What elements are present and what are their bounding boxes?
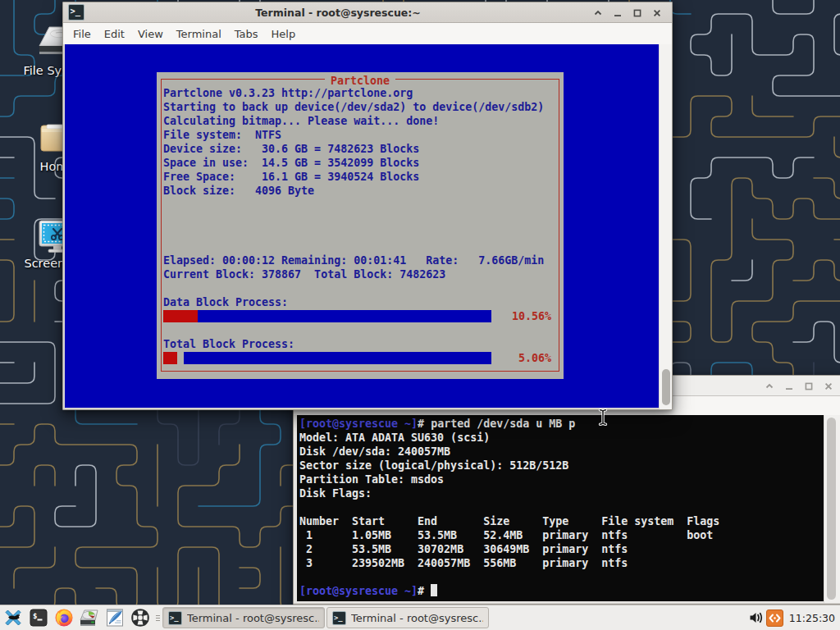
partclone-total-bar-label: Total Block Process: xyxy=(163,337,294,351)
menu-help[interactable]: Help xyxy=(265,25,303,43)
progress-rest xyxy=(198,310,491,322)
terminal-icon: >_ xyxy=(168,611,182,625)
total-bar-percent: 5.06% xyxy=(518,351,551,365)
terminal2-output-line: 1 1.05MB 53.5MB 52.4MB primary ntfs boot xyxy=(299,528,713,542)
firefox-launcher[interactable] xyxy=(51,605,76,630)
menu-edit[interactable]: Edit xyxy=(98,25,131,43)
minimize-button[interactable] xyxy=(608,3,628,23)
svg-text:>_: >_ xyxy=(170,613,179,621)
prompt-symbol: # xyxy=(418,418,424,430)
task-label: Terminal - root@sysresc... xyxy=(351,612,483,624)
terminal2-output-line: Number Start End Size Type File system F… xyxy=(299,514,719,528)
maximize-button[interactable] xyxy=(628,3,647,23)
tasklist-handle[interactable] xyxy=(154,605,161,630)
xfce-menu-icon xyxy=(3,608,23,628)
max-icon xyxy=(632,8,642,18)
close-button[interactable] xyxy=(647,3,667,23)
terminal-task-icon: >_ xyxy=(168,611,182,625)
partclone-info-line: Starting to back up device(/dev/sda2) to… xyxy=(163,100,544,114)
taskbar-task-1[interactable]: >_ Terminal - root@sysresc... xyxy=(162,607,325,628)
terminal2-prompt-line: [root@sysrescue ~]# parted /dev/sda u MB… xyxy=(299,417,575,431)
terminal-task-icon: >_ xyxy=(332,611,346,625)
terminal2-output-line: Model: ATA ADATA SU630 (scsi) xyxy=(299,431,490,445)
menu-tabs[interactable]: Tabs xyxy=(228,25,265,43)
shell-prompt: [root@sysrescue ~] xyxy=(299,585,418,597)
menu-terminal[interactable]: Terminal xyxy=(170,25,228,43)
window1-title: Terminal - root@sysrescue:~ xyxy=(255,7,421,19)
shade-icon xyxy=(765,381,774,391)
shade-button[interactable] xyxy=(760,377,779,396)
terminal2-output-line: Partition Table: msdos xyxy=(299,472,444,486)
partclone-info-line: Block size: 4096 Byte xyxy=(163,184,314,198)
partclone-info-line: Partclone v0.3.23 http://partclone.org xyxy=(163,86,413,100)
progress-rest xyxy=(184,352,491,364)
progress-fill xyxy=(163,310,198,322)
volume-indicator[interactable] xyxy=(747,605,765,630)
window1-scrollbar[interactable] xyxy=(659,44,672,409)
terminal2-output-line: Disk /dev/sda: 240057MB xyxy=(299,445,450,459)
shade-icon xyxy=(593,8,603,18)
task-label: Terminal - root@sysresc... xyxy=(187,612,319,624)
partclone-info-line: Device size: 30.6 GB = 7482623 Blocks xyxy=(163,142,419,156)
shade-button[interactable] xyxy=(588,3,608,23)
close-button[interactable] xyxy=(819,377,838,396)
data-bar-percent: 10.56% xyxy=(512,309,551,323)
close-icon xyxy=(652,8,662,18)
terminal-window-icon: >_ xyxy=(68,4,84,21)
partclone-data-bar-label: Data Block Process: xyxy=(163,295,288,309)
terminal2-output-line: Sector size (logical/physical): 512B/512… xyxy=(299,459,568,472)
maximize-button[interactable] xyxy=(799,377,819,396)
gparted-launcher[interactable] xyxy=(76,605,102,630)
terminal-icon: $ xyxy=(29,608,48,628)
firefox-icon xyxy=(54,608,74,628)
featherpad-icon xyxy=(105,608,125,628)
shell-command: parted /dev/sda u MB p xyxy=(424,418,575,430)
partclone-info-line: Free Space: 16.1 GB = 3940524 Blocks xyxy=(163,170,419,184)
terminal-window-icon: >_ xyxy=(68,4,84,21)
parted-terminal-screen[interactable]: [root@sysrescue ~]# parted /dev/sda u MB… xyxy=(294,415,840,603)
window2-scrollbar-thumb[interactable] xyxy=(827,418,836,600)
support-launcher[interactable] xyxy=(127,605,153,630)
close-icon xyxy=(824,381,833,391)
partclone-info-line: Space in use: 14.5 GB = 3542099 Blocks xyxy=(163,156,419,170)
terminal2-output-line: 2 53.5MB 30702MB 30649MB primary ntfs xyxy=(299,542,628,556)
volume-icon xyxy=(748,609,765,626)
terminal2-output-line: Disk Flags: xyxy=(299,486,372,500)
partclone-dialog: Partclone Partclone v0.3.23 http://partc… xyxy=(157,72,564,379)
ibeam-cursor-icon xyxy=(598,409,608,426)
partclone-info-line: Calculating bitmap... Please wait... don… xyxy=(163,114,439,128)
progress-fill xyxy=(163,352,177,364)
menu-view[interactable]: View xyxy=(131,25,170,43)
minimize-icon xyxy=(784,381,794,391)
minimize-button[interactable] xyxy=(779,377,799,396)
terminal-launcher[interactable]: $ xyxy=(25,605,51,630)
taskbar: $ >_ Terminal - root@sysresc... >_ Termi… xyxy=(0,605,840,630)
svg-text:$: $ xyxy=(33,612,37,620)
editor-launcher[interactable] xyxy=(102,605,127,630)
window2-scrollbar[interactable] xyxy=(824,415,840,603)
gparted-icon xyxy=(80,608,99,628)
prompt-symbol: # xyxy=(418,585,424,597)
partclone-info-line: File system: NTFS xyxy=(163,128,281,142)
clock: 11:25:30 xyxy=(789,612,835,624)
lifebuoy-icon xyxy=(130,608,150,628)
network-icon xyxy=(766,609,783,627)
shell-prompt: [root@sysrescue ~] xyxy=(299,418,418,430)
terminal-window-partclone: >_ Terminal - root@sysrescue:~ File Edit… xyxy=(62,2,673,410)
minimize-icon xyxy=(613,8,623,18)
taskbar-task-2[interactable]: >_ Terminal - root@sysresc... xyxy=(326,607,489,628)
partclone-dialog-title: Partclone xyxy=(157,72,564,86)
menu-file[interactable]: File xyxy=(66,25,98,43)
terminal2-output-line: 3 239502MB 240057MB 556MB primary ntfs xyxy=(299,556,628,570)
svg-text:>_: >_ xyxy=(334,613,343,621)
terminal2-prompt-line2: [root@sysrescue ~]# xyxy=(299,584,437,598)
partclone-terminal-screen[interactable]: Partclone Partclone v0.3.23 http://partc… xyxy=(63,44,672,409)
partclone-block-line: Current Block: 378867 Total Block: 74826… xyxy=(163,267,445,281)
terminal-cursor xyxy=(431,584,437,596)
applications-menu[interactable] xyxy=(0,605,25,630)
window1-titlebar[interactable]: >_ Terminal - root@sysrescue:~ xyxy=(63,2,672,23)
partclone-elapsed-line: Elapsed: 00:00:12 Remaining: 00:01:41 Ra… xyxy=(163,253,544,267)
window1-scrollbar-thumb[interactable] xyxy=(662,369,670,405)
network-indicator[interactable] xyxy=(765,605,785,630)
svg-text:>_: >_ xyxy=(70,6,80,16)
